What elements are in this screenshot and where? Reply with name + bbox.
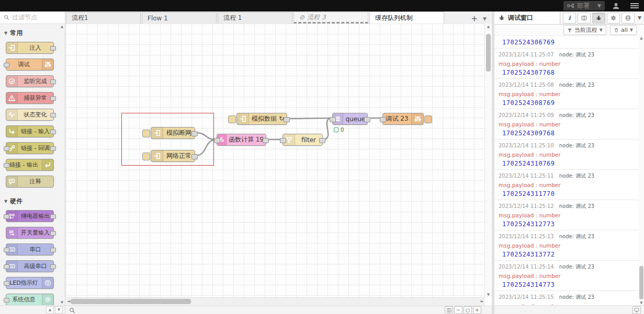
palette-search[interactable]: 过滤节点: [0, 11, 65, 24]
debug-message[interactable]: 2023/12/14 11:25:09node: 调试 23msg.payloa…: [494, 109, 639, 139]
canvas-vscroll-thumb[interactable]: [486, 34, 491, 72]
flow-tab[interactable]: 流程 1: [218, 12, 292, 24]
debug-message[interactable]: 2023/12/14 11:25:12node: 调试 23msg.payloa…: [494, 200, 639, 230]
navigator-toggle-button[interactable]: [445, 306, 453, 314]
context-tab-button[interactable]: [622, 13, 635, 24]
palette-scroll-down-icon[interactable]: ▼: [59, 300, 65, 305]
flow-node[interactable]: queue0: [332, 113, 368, 125]
flow-node[interactable]: filter: [283, 134, 323, 146]
deploy-button[interactable]: 部署 ▼: [563, 1, 605, 10]
palette-node[interactable]: 监听完成: [6, 75, 54, 87]
flow-workspace[interactable]: 模拟断网网络正常模拟数据 ↻fx函数计算 19filterqueue0调试 23: [66, 24, 485, 298]
node-input-port[interactable]: [214, 138, 220, 143]
debug-message-property[interactable]: msg.payload : number: [499, 242, 635, 249]
palette-node[interactable]: DI开关量输入: [6, 227, 54, 239]
palette-collapse-all-button[interactable]: ▲: [46, 306, 54, 313]
canvas-horizontal-scrollbar[interactable]: ◄ ►: [66, 297, 485, 306]
debug-message-property[interactable]: msg.payload : number: [499, 61, 635, 67]
node-output-port[interactable]: [319, 138, 325, 143]
debug-message[interactable]: 2023/12/14 11:25:08node: 调试 23msg.payloa…: [494, 79, 639, 109]
flow-node[interactable]: 模拟断网: [151, 127, 195, 139]
user-icon[interactable]: [612, 2, 620, 10]
flow-tab[interactable]: Flow 1: [142, 12, 217, 24]
main-menu-button[interactable]: [630, 3, 639, 8]
flow-tab[interactable]: 流程1: [66, 12, 141, 24]
palette-category-header[interactable]: ▼硬件: [0, 192, 59, 210]
debug-filter-button[interactable]: 当前流程 ▼: [563, 25, 606, 35]
debug-message-property[interactable]: msg.payload : number: [499, 182, 635, 188]
deploy-caret-icon[interactable]: ▼: [597, 3, 601, 8]
canvas-scroll-right-icon[interactable]: ►: [481, 299, 484, 304]
flow-tab[interactable]: 缓存队列机制: [369, 11, 444, 24]
palette-node[interactable]: 捕获异常: [6, 92, 54, 104]
node-output-port[interactable]: [191, 131, 198, 136]
node-output-port[interactable]: [191, 154, 198, 159]
zoom-reset-button[interactable]: ○: [464, 306, 472, 314]
debug-message[interactable]: 2023/12/14 11:25:15node: 调试 23msg.payloa…: [494, 291, 639, 306]
canvas-search-icon[interactable]: [69, 307, 75, 313]
open-window-button[interactable]: [632, 306, 641, 314]
debug-message[interactable]: 2023/12/14 11:25:07node: 调试 23msg.payloa…: [494, 49, 639, 79]
palette-category-header[interactable]: ▼常用: [0, 24, 59, 42]
inject-trigger-button[interactable]: [228, 115, 236, 123]
debug-tab[interactable]: 调试窗口: [494, 11, 560, 24]
debug-message[interactable]: 2023/12/14 11:25:11node: 调试 23msg.payloa…: [494, 170, 639, 200]
debug-message[interactable]: 2023/12/14 11:25:13node: 调试 23msg.payloa…: [494, 230, 639, 261]
add-flow-button[interactable]: +: [471, 14, 478, 24]
help-tab-button[interactable]: [578, 13, 591, 24]
canvas-scroll-down-icon[interactable]: ▼: [485, 293, 492, 297]
palette-node[interactable]: 链接 - 输入: [6, 125, 54, 137]
info-tab-button[interactable]: i: [563, 13, 576, 24]
inject-trigger-button[interactable]: [142, 130, 150, 137]
debug-tab-button[interactable]: [592, 13, 605, 24]
debug-message-property[interactable]: msg.payload : number: [499, 91, 635, 97]
palette-node[interactable]: LED指示灯: [6, 277, 54, 289]
palette-expand-all-button[interactable]: ▼: [55, 306, 63, 313]
flow-list-caret-icon[interactable]: ▼: [483, 16, 487, 21]
node-input-port[interactable]: [330, 117, 336, 122]
debug-scroll-down-icon[interactable]: ▼: [639, 301, 644, 305]
canvas-vertical-scrollbar[interactable]: ▲ ▼: [484, 24, 492, 298]
node-input-port[interactable]: [380, 117, 386, 122]
inject-trigger-button[interactable]: [142, 153, 150, 160]
canvas-scroll-left-icon[interactable]: ◄: [67, 299, 70, 304]
palette-node[interactable]: 链接 - 输出: [6, 159, 54, 171]
zoom-in-button[interactable]: +: [473, 306, 481, 314]
debug-message-property[interactable]: msg.payload : number: [499, 121, 635, 127]
flow-node[interactable]: 网络正常: [151, 150, 195, 162]
node-input-port[interactable]: [280, 138, 286, 143]
palette-node[interactable]: 注入: [6, 42, 54, 54]
config-tab-button[interactable]: [607, 13, 620, 24]
canvas-hscroll-thumb[interactable]: [71, 299, 191, 304]
flow-node[interactable]: 调试 23: [382, 113, 424, 125]
palette-node[interactable]: 高级串口: [6, 260, 54, 272]
node-output-port[interactable]: [364, 117, 370, 122]
debug-clear-button[interactable]: all ▼: [610, 25, 637, 35]
palette-node[interactable]: DO继电器输出: [6, 210, 54, 222]
zoom-out-button[interactable]: −: [454, 306, 462, 314]
flow-node[interactable]: fx函数计算 19: [217, 134, 266, 146]
palette-scroll-up-icon[interactable]: ▲: [59, 25, 65, 29]
flow-tab[interactable]: ⊘流程 3: [293, 12, 368, 24]
debug-toggle-button[interactable]: [424, 115, 432, 123]
debug-message[interactable]: 2023/12/14 11:25:10node: 调试 23msg.payloa…: [494, 139, 639, 170]
node-output-port[interactable]: [284, 117, 290, 122]
debug-message-property[interactable]: msg.payload : number: [499, 273, 635, 279]
debug-message[interactable]: 1702524306769: [494, 36, 639, 49]
debug-message-property[interactable]: msg.payload : number: [499, 212, 635, 218]
debug-scrollbar[interactable]: ▲ ▼: [639, 36, 644, 306]
palette-scrollbar[interactable]: ▲ ▼: [59, 24, 65, 305]
wire[interactable]: [287, 118, 332, 119]
palette-node[interactable]: 状态变化: [6, 109, 54, 121]
debug-message[interactable]: 2023/12/14 11:25:14node: 调试 23msg.payloa…: [494, 261, 639, 291]
node-output-port[interactable]: [263, 138, 269, 143]
palette-node[interactable]: 调试: [6, 59, 54, 71]
palette-node[interactable]: 注释: [6, 176, 54, 188]
debug-message-property[interactable]: msg.payload : number: [499, 152, 635, 158]
flow-node[interactable]: 模拟数据 ↻: [236, 113, 287, 125]
palette-node[interactable]: 系统信息: [6, 294, 54, 305]
canvas-scroll-up-icon[interactable]: ▲: [485, 25, 492, 29]
debug-scrollbar-thumb[interactable]: [639, 266, 643, 299]
palette-node[interactable]: 链接 - 回调: [6, 142, 54, 154]
sidebar-menu-caret-icon[interactable]: ▼: [638, 15, 641, 20]
